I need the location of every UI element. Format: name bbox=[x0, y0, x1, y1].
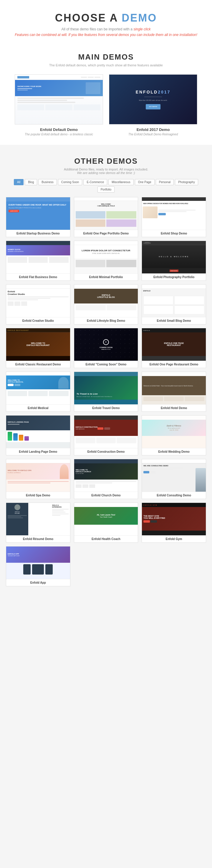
demo-travel-thumb: To Travel is to Live Welcome to Enfold T… bbox=[74, 372, 138, 404]
demo-flat-thumb: HOWDY GUYS!GROWING YOUR BUSINESS bbox=[6, 241, 70, 273]
demo-spa-thumb: WELCOME TO ENFOLD SPA Excellence and Wel… bbox=[6, 459, 70, 492]
demo-construction[interactable]: ENFOLD CONSTRUCTIONOUR SERVICES bbox=[74, 415, 138, 455]
demo-gym-label: Enfold Gym bbox=[142, 535, 206, 542]
demo-restaurant[interactable]: ENFOLD RESTAURANT WELCOME TOENFOLD RESTA… bbox=[6, 328, 70, 368]
demo-blog[interactable]: ENFOLDLIFESTYLE BLOG Enfold Lifestyle Bl… bbox=[74, 284, 138, 324]
demo-hotel-label: Enfold Hotel Demo bbox=[142, 404, 206, 411]
demo-resume[interactable]: ENFOLDRESUME SKILLS & EXPERIENCE bbox=[6, 503, 70, 543]
filter-tabs: All Blog Business Coming Soon E-Commerce… bbox=[4, 179, 208, 193]
demo-consulting-thumb: WE ARE CONSULTING DEMO bbox=[142, 459, 206, 492]
filter-tab-all[interactable]: All bbox=[14, 179, 24, 185]
demo-shop[interactable]: NEW SPRING DESIGN FOR WOMEN AND MEN NOW … bbox=[142, 197, 206, 237]
other-demos-sublabel: Additional Demo files, ready to import. … bbox=[10, 167, 202, 175]
demo-restaurant-label: Enfold Classic Restaurant Demo bbox=[6, 361, 70, 368]
demo-startup[interactable]: EVERYTHING UNDER ONE ROOF. WHAT WE OFFER… bbox=[6, 197, 70, 237]
subtitle-line2: Features can be combined at will. If you… bbox=[15, 33, 197, 37]
header-section: CHOOSE A DEMO All of these demo files ca… bbox=[0, 0, 212, 44]
demo-flat-label: Enfold Flat Business Demo bbox=[6, 273, 70, 280]
demo-spa-label: Enfold Spa Demo bbox=[6, 492, 70, 499]
demo-coming-thumb: ⊙ COMING SOONAMAZING FOOD bbox=[74, 328, 138, 361]
demo-wedding-label: Enfold Wedding Demo bbox=[142, 448, 206, 455]
demo-startup-label: Enfold Startup Business Demo bbox=[6, 230, 70, 237]
demo-startup-thumb: EVERYTHING UNDER ONE ROOF. WHAT WE OFFER… bbox=[6, 197, 70, 230]
main-demos-container: SHOWCASING YOUR WORK bbox=[0, 71, 212, 145]
demo-church-thumb: WELCOME TOENFOLD CHURCHFOLLOW THE PATH bbox=[74, 459, 138, 492]
main-demo-2017-thumb: ENFOLD2017 More than 120,000 users all o… bbox=[109, 74, 197, 124]
page-title: CHOOSE A DEMO bbox=[6, 12, 206, 24]
filter-tab-portfolio[interactable]: Portfolio bbox=[98, 186, 115, 193]
main-demo-2017-label: Enfold 2017 Demo bbox=[109, 127, 197, 132]
demo-health[interactable]: Hi, I am Laura TestYour Health Coach Enf… bbox=[74, 503, 138, 543]
demo-creative[interactable]: EnfoldCreative Studio Enfold Crea bbox=[6, 284, 70, 324]
demo-hotel[interactable]: Welcome to Enfold Hotel - Your most beau… bbox=[142, 372, 206, 412]
demo-spa[interactable]: WELCOME TO ENFOLD SPA Excellence and Wel… bbox=[6, 459, 70, 499]
demo-resume-thumb: ENFOLDRESUME SKILLS & EXPERIENCE bbox=[6, 503, 70, 535]
other-demos-sublabel2: We are adding new demos all the time :) bbox=[77, 171, 135, 175]
demo-construction-label: Enfold Construction Demo bbox=[74, 448, 138, 455]
demo-travel-label: Enfold Travel Demo bbox=[74, 404, 138, 411]
demo-travel[interactable]: To Travel is to Live Welcome to Enfold T… bbox=[74, 372, 138, 412]
demo-health-thumb: Hi, I am Laura TestYour Health Coach bbox=[74, 503, 138, 535]
demo-portfolio[interactable]: WELCOME!I AM ENRIQUE FOLD Enfold One Pag… bbox=[74, 197, 138, 237]
demo-blog-thumb: ENFOLDLIFESTYLE BLOG bbox=[74, 285, 138, 317]
highlight-text: single click bbox=[133, 27, 150, 31]
demo-restaurant-thumb: ENFOLD RESTAURANT WELCOME TOENFOLD RESTA… bbox=[6, 328, 70, 361]
main-demo-default[interactable]: SHOWCASING YOUR WORK bbox=[15, 74, 103, 136]
demo-grid: EVERYTHING UNDER ONE ROOF. WHAT WE OFFER… bbox=[4, 197, 208, 543]
demo-shop-thumb: NEW SPRING DESIGN FOR WOMEN AND MEN NOW … bbox=[142, 197, 206, 230]
demo-church[interactable]: WELCOME TOENFOLD CHURCHFOLLOW THE PATH bbox=[74, 459, 138, 499]
demo-op-rest-label: Enfold One Page Restaurant Demo bbox=[142, 361, 206, 368]
main-demos-sublabel: The Enfold default demos, which pretty m… bbox=[6, 63, 206, 67]
demo-hotel-thumb: Welcome to Enfold Hotel - Your most beau… bbox=[142, 372, 206, 404]
demo-landing-label: Enfold Landing Page Demo bbox=[6, 448, 70, 455]
demo-op-rest[interactable]: ENFOLD ENFOLD ONE PAGERESTAURANT Enfold … bbox=[142, 328, 206, 368]
filter-tab-coming-soon[interactable]: Coming Soon bbox=[58, 179, 82, 185]
demo-gym-thumb: ENFOLD GYM THE BEST GYMYOU WILL EVER FIN… bbox=[142, 503, 206, 535]
demo-consulting[interactable]: WE ARE CONSULTING DEMO bbox=[142, 459, 206, 499]
demo-photo-thumb: ENFOLD HELLO & WELCOME VIEW WORK bbox=[142, 241, 206, 273]
demo-medical-thumb: WELCOME TOENFOLD MEDICAL bbox=[6, 372, 70, 404]
demo-blog-label: Enfold Lifestyle Blog Demo bbox=[74, 317, 138, 324]
demo-app-label: Enfold App bbox=[6, 579, 70, 586]
demo-gym[interactable]: ENFOLD GYM THE BEST GYMYOU WILL EVER FIN… bbox=[142, 503, 206, 543]
demo-smallblog-thumb: ENFOLD bbox=[142, 285, 206, 317]
demo-landing[interactable]: ENFOLD LANDING PAGE bbox=[6, 415, 70, 455]
demo-app-row: ENFOLD APPTHE BEST APP EVER Enfold App bbox=[4, 543, 208, 586]
demo-creative-label: Enfold Creative Studio bbox=[6, 317, 70, 324]
other-demos-heading: OTHER DEMOS bbox=[10, 157, 202, 166]
demo-minimal-thumb: LOREM IPSUM DOLOR SIT CONSECTETURVITAE. … bbox=[74, 241, 138, 273]
main-demos-heading: MAIN DEMOS bbox=[6, 53, 206, 62]
demo-creative-thumb: EnfoldCreative Studio bbox=[6, 285, 70, 317]
filter-tab-photography[interactable]: Photography bbox=[175, 179, 198, 185]
filter-tab-one-page[interactable]: One Page bbox=[135, 179, 154, 185]
filter-tab-business[interactable]: Business bbox=[38, 179, 57, 185]
other-demos-section: OTHER DEMOS Additional Demo files, ready… bbox=[0, 145, 212, 595]
demo-medical[interactable]: WELCOME TOENFOLD MEDICAL bbox=[6, 372, 70, 412]
demo-shop-label: Enfold Shop Demo bbox=[142, 230, 206, 237]
demo-flat[interactable]: HOWDY GUYS!GROWING YOUR BUSINESS Enfold … bbox=[6, 241, 70, 281]
title-highlight: DEMO bbox=[121, 12, 157, 24]
main-demo-2017[interactable]: ENFOLD2017 More than 120,000 users all o… bbox=[109, 74, 197, 136]
demo-smallblog[interactable]: ENFOLD Enfold Small Blog Demo bbox=[142, 284, 206, 324]
demo-wedding[interactable]: Earth & Fillness We are getting married!… bbox=[142, 415, 206, 455]
page-wrapper: CHOOSE A DEMO All of these demo files ca… bbox=[0, 0, 212, 595]
demo-photo[interactable]: ENFOLD HELLO & WELCOME VIEW WORK bbox=[142, 241, 206, 281]
demo-portfolio-label: Enfold One Page Portfolio Demo bbox=[74, 230, 138, 237]
demo-minimal[interactable]: LOREM IPSUM DOLOR SIT CONSECTETURVITAE. … bbox=[74, 241, 138, 281]
demo-minimal-label: Enfold Minimal Portfolio bbox=[74, 273, 138, 280]
demo-health-label: Enfold Health Coach bbox=[74, 535, 138, 542]
main-demo-2017-sublabel: The Enfold Default Demo Reimagined bbox=[109, 133, 197, 136]
main-demo-default-thumb: SHOWCASING YOUR WORK bbox=[15, 74, 103, 124]
demo-app[interactable]: ENFOLD APPTHE BEST APP EVER Enfold App bbox=[6, 546, 70, 586]
filter-tab-ecommerce[interactable]: E-Commerce bbox=[83, 179, 107, 185]
filter-tab-misc[interactable]: Miscellaneous bbox=[108, 179, 133, 185]
demo-landing-thumb: ENFOLD LANDING PAGE bbox=[6, 415, 70, 448]
filter-tab-blog[interactable]: Blog bbox=[25, 179, 37, 185]
demo-coming-label: Enfold "Coming Soon" Demo bbox=[74, 361, 138, 368]
filter-tab-personal[interactable]: Personal bbox=[156, 179, 174, 185]
main-demos-section-title: MAIN DEMOS The Enfold default demos, whi… bbox=[0, 44, 212, 71]
demo-portfolio-thumb: WELCOME!I AM ENRIQUE FOLD bbox=[74, 197, 138, 230]
demo-smallblog-label: Enfold Small Blog Demo bbox=[142, 317, 206, 324]
demo-coming[interactable]: ⊙ COMING SOONAMAZING FOOD Enfold "Coming… bbox=[74, 328, 138, 368]
other-demos-title: OTHER DEMOS Additional Demo files, ready… bbox=[4, 151, 208, 179]
